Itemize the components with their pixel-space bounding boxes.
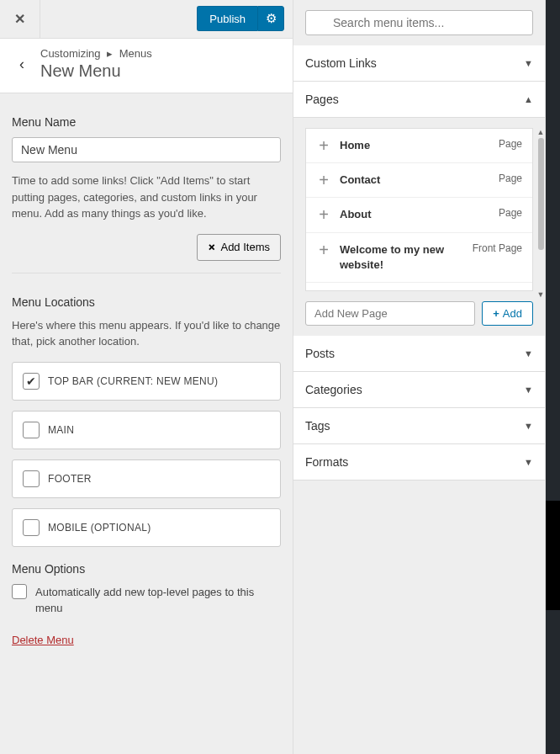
location-footer[interactable]: FOOTER xyxy=(12,459,281,498)
location-label: MOBILE (OPTIONAL) xyxy=(48,522,151,534)
scroll-down-icon: ▼ xyxy=(537,290,545,299)
location-label: MAIN xyxy=(48,424,74,436)
plus-icon: + xyxy=(493,307,499,320)
accordion-tags[interactable]: Tags ▼ xyxy=(293,407,545,444)
accordion-custom-links[interactable]: Custom Links ▼ xyxy=(293,45,545,82)
auto-add-checkbox[interactable] xyxy=(12,584,27,599)
location-label: FOOTER xyxy=(48,473,92,485)
publish-settings-gear[interactable]: ⚙ xyxy=(257,6,284,31)
menu-options-heading: Menu Options xyxy=(12,562,281,576)
chevron-up-icon: ▲ xyxy=(524,94,533,104)
close-customizer-button[interactable]: ✕ xyxy=(0,0,40,38)
plus-icon: + xyxy=(316,173,331,188)
page-item-title: Contact xyxy=(340,173,490,188)
scroll-up-icon: ▲ xyxy=(537,128,545,136)
accordion-label: Formats xyxy=(305,455,348,469)
accordion-label: Pages xyxy=(305,93,339,106)
location-topbar[interactable]: ✔ TOP BAR (CURRENT: NEW MENU) xyxy=(12,362,281,401)
page-item-type: Page xyxy=(499,207,522,219)
location-label: TOP BAR (CURRENT: NEW MENU) xyxy=(48,375,218,387)
accordion-label: Posts xyxy=(305,347,335,360)
checkbox-icon xyxy=(23,470,40,487)
plus-icon: + xyxy=(316,242,331,258)
chevron-down-icon: ▼ xyxy=(524,421,533,431)
breadcrumb-root: Customizing xyxy=(40,47,101,60)
breadcrumb-leaf: Menus xyxy=(119,47,152,60)
delete-menu-link[interactable]: Delete Menu xyxy=(12,634,74,646)
plus-icon: + xyxy=(316,207,331,222)
location-mobile[interactable]: MOBILE (OPTIONAL) xyxy=(12,508,281,547)
gear-icon: ⚙ xyxy=(266,11,277,26)
accordion-formats[interactable]: Formats ▼ xyxy=(293,443,545,481)
page-title: New Menu xyxy=(40,61,281,81)
page-item-title: Welcome to my new website! xyxy=(340,242,464,273)
preview-accent xyxy=(546,501,560,610)
accordion-pages[interactable]: Pages ▲ xyxy=(293,81,545,118)
page-item-title: Home xyxy=(340,138,490,153)
chevron-down-icon: ▼ xyxy=(524,457,533,467)
add-items-button[interactable]: + Add Items xyxy=(197,234,281,261)
accordion-label: Custom Links xyxy=(305,56,377,70)
search-menu-items-input[interactable] xyxy=(305,10,533,35)
page-item-type: Page xyxy=(499,173,522,184)
menu-locations-help: Here's where this menu appears. If you'd… xyxy=(12,317,281,350)
chevron-down-icon: ▼ xyxy=(524,348,533,358)
chevron-down-icon: ▼ xyxy=(524,58,533,68)
location-main[interactable]: MAIN xyxy=(12,411,281,449)
page-item-title: About xyxy=(340,207,490,222)
breadcrumb: Customizing ▸ Menus xyxy=(40,47,281,60)
page-item-new-page[interactable]: + New Page Page xyxy=(306,283,532,291)
checkbox-icon xyxy=(23,422,40,438)
auto-add-label: Automatically add new top-level pages to… xyxy=(35,584,281,617)
plus-icon: + xyxy=(316,138,331,153)
menu-locations-heading: Menu Locations xyxy=(12,295,281,309)
accordion-label: Tags xyxy=(305,419,330,433)
page-item-welcome[interactable]: + Welcome to my new website! Front Page xyxy=(306,233,532,283)
accordion-label: Categories xyxy=(305,383,362,396)
checkbox-checked-icon: ✔ xyxy=(23,373,40,390)
publish-button[interactable]: Publish xyxy=(197,6,257,31)
page-item-type: Front Page xyxy=(473,242,522,254)
pages-list-scrollbar[interactable]: ▲ ▼ xyxy=(536,128,545,299)
page-item-contact[interactable]: + Contact Page xyxy=(306,163,532,198)
menu-name-input[interactable] xyxy=(12,137,281,162)
add-button-label: Add xyxy=(503,307,522,320)
menu-name-label: Menu Name xyxy=(12,115,281,129)
page-item-about[interactable]: + About Page xyxy=(306,198,532,232)
chevron-left-icon: ‹ xyxy=(19,56,24,73)
preview-edge xyxy=(546,0,560,754)
accordion-posts[interactable]: Posts ▼ xyxy=(293,335,545,372)
page-item-type: Page xyxy=(499,138,522,150)
add-page-button[interactable]: + Add xyxy=(482,301,533,326)
breadcrumb-separator: ▸ xyxy=(107,47,113,60)
add-new-page-input[interactable] xyxy=(305,301,475,326)
topbar-spacer xyxy=(40,0,197,38)
accordion-categories[interactable]: Categories ▼ xyxy=(293,371,545,408)
back-button[interactable]: ‹ xyxy=(3,56,40,73)
checkbox-icon xyxy=(23,519,40,536)
add-items-help-text: Time to add some links! Click "Add Items… xyxy=(12,173,281,222)
plus-icon: + xyxy=(203,239,219,255)
add-items-label: Add Items xyxy=(220,241,270,253)
chevron-down-icon: ▼ xyxy=(524,385,533,395)
scroll-thumb xyxy=(538,138,544,250)
page-item-home[interactable]: + Home Page xyxy=(306,129,532,163)
